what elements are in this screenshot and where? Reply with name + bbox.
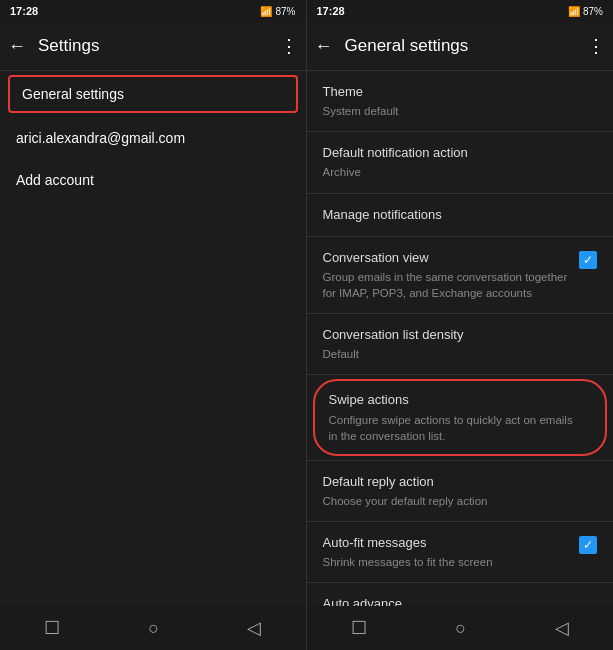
theme-setting[interactable]: Theme System default <box>307 71 614 131</box>
manage-notifications-setting[interactable]: Manage notifications <box>307 194 614 236</box>
swipe-actions-label: Swipe actions <box>329 391 584 409</box>
conversation-view-label: Conversation view <box>323 249 572 267</box>
right-bottom-nav: ☐ ○ ◁ <box>307 606 614 650</box>
general-settings-item[interactable]: General settings <box>8 75 298 113</box>
left-status-time: 17:28 <box>10 5 38 17</box>
default-reply-action-setting[interactable]: Default reply action Choose your default… <box>307 461 614 521</box>
left-nav-circle[interactable]: ○ <box>128 610 179 647</box>
auto-fit-label: Auto-fit messages <box>323 534 572 552</box>
left-panel: 17:28 📶 87% ← Settings ⋮ General setting… <box>0 0 306 650</box>
right-status-bar: 17:28 📶 87% <box>307 0 614 22</box>
auto-advance-label: Auto advance <box>323 595 590 606</box>
auto-fit-check-icon: ✓ <box>583 538 593 552</box>
right-wifi-icon: 📶 <box>568 6 580 17</box>
right-nav-square[interactable]: ☐ <box>331 609 387 647</box>
auto-fit-sublabel: Shrink messages to fit the screen <box>323 554 572 570</box>
right-header: ← General settings ⋮ <box>307 22 614 70</box>
left-more-button[interactable]: ⋮ <box>280 35 298 57</box>
conversation-list-density-label: Conversation list density <box>323 326 590 344</box>
conversation-list-density-setting[interactable]: Conversation list density Default <box>307 314 614 374</box>
default-notification-sublabel: Archive <box>323 164 590 180</box>
manage-notifications-label: Manage notifications <box>323 206 590 224</box>
right-status-time: 17:28 <box>317 5 345 17</box>
default-notification-action-setting[interactable]: Default notification action Archive <box>307 132 614 192</box>
swipe-actions-sublabel: Configure swipe actions to quickly act o… <box>329 412 584 444</box>
right-status-icons: 📶 87% <box>568 6 603 17</box>
right-nav-circle[interactable]: ○ <box>435 610 486 647</box>
conversation-view-sublabel: Group emails in the same conversation to… <box>323 269 572 301</box>
right-back-button[interactable]: ← <box>315 36 333 57</box>
default-reply-action-sublabel: Choose your default reply action <box>323 493 590 509</box>
right-nav-back[interactable]: ◁ <box>535 609 589 647</box>
theme-label: Theme <box>323 83 590 101</box>
right-more-button[interactable]: ⋮ <box>587 35 605 57</box>
general-settings-label: General settings <box>22 86 124 102</box>
left-battery: 87% <box>275 6 295 17</box>
conversation-view-setting[interactable]: Conversation view Group emails in the sa… <box>307 237 614 313</box>
left-nav-back[interactable]: ◁ <box>227 609 281 647</box>
conversation-view-checkbox[interactable]: ✓ <box>579 251 597 269</box>
right-panel: 17:28 📶 87% ← General settings ⋮ Theme S… <box>307 0 614 650</box>
left-status-bar: 17:28 📶 87% <box>0 0 306 22</box>
right-battery: 87% <box>583 6 603 17</box>
default-reply-action-label: Default reply action <box>323 473 590 491</box>
left-back-button[interactable]: ← <box>8 36 26 57</box>
left-header-title: Settings <box>38 36 280 56</box>
left-bottom-nav: ☐ ○ ◁ <box>0 606 306 650</box>
left-status-icons: 📶 87% <box>260 6 295 17</box>
auto-fit-setting[interactable]: Auto-fit messages Shrink messages to fit… <box>307 522 614 582</box>
account-item[interactable]: arici.alexandra@gmail.com <box>0 117 306 159</box>
add-account-label: Add account <box>16 172 94 188</box>
right-header-title: General settings <box>345 36 588 56</box>
left-header: ← Settings ⋮ <box>0 22 306 70</box>
swipe-actions-setting[interactable]: Swipe actions Configure swipe actions to… <box>313 379 608 455</box>
default-notification-label: Default notification action <box>323 144 590 162</box>
add-account-item[interactable]: Add account <box>0 159 306 201</box>
left-header-divider <box>0 70 306 71</box>
left-wifi-icon: 📶 <box>260 6 272 17</box>
divider-5 <box>307 374 614 375</box>
theme-sublabel: System default <box>323 103 590 119</box>
settings-list: Theme System default Default notificatio… <box>307 71 614 606</box>
account-label: arici.alexandra@gmail.com <box>16 130 185 146</box>
check-icon: ✓ <box>583 253 593 267</box>
conversation-list-density-sublabel: Default <box>323 346 590 362</box>
left-nav-square[interactable]: ☐ <box>24 609 80 647</box>
auto-advance-setting[interactable]: Auto advance Show conversation list afte… <box>307 583 614 606</box>
auto-fit-checkbox[interactable]: ✓ <box>579 536 597 554</box>
